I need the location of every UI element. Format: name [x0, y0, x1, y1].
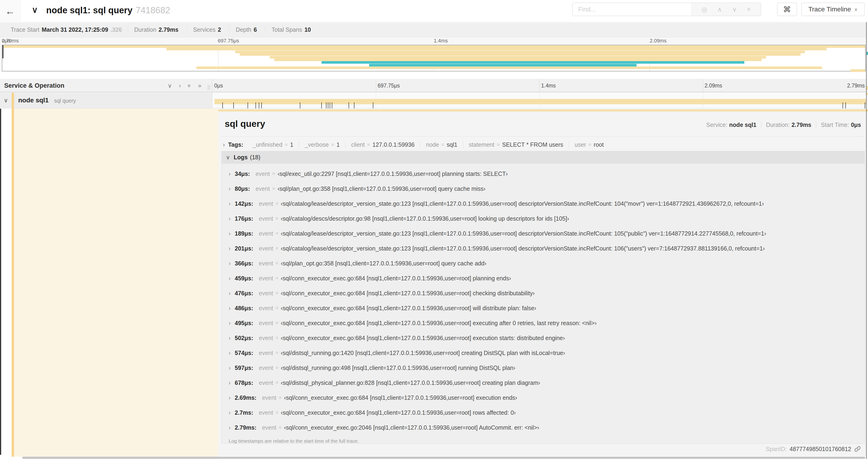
log-row[interactable]: › 80μs: event = ‹sql/plan_opt.go:358 [ns…	[222, 181, 865, 196]
prev-match-icon[interactable]: ∧	[717, 6, 722, 13]
chevron-down-icon: ∨	[854, 6, 858, 12]
log-row[interactable]: › 2.69ms: event = ‹sql/conn_executor_exe…	[222, 390, 865, 405]
meta-value: 10	[305, 26, 311, 33]
logs-header[interactable]: ∨ Logs (18)	[222, 151, 865, 163]
focus-match-icon[interactable]: ◎	[702, 6, 707, 13]
chevron-right-icon: ›	[229, 424, 235, 431]
trace-meta-item: Total Spans10	[265, 26, 319, 33]
expand-one-icon[interactable]: ›	[179, 82, 181, 89]
chevron-right-icon: ›	[229, 409, 235, 416]
log-row[interactable]: › 502μs: event = ‹sql/conn_executor_exec…	[222, 330, 865, 346]
log-row[interactable]: › 476μs: event = ‹sql/conn_executor_exec…	[222, 286, 865, 301]
tags-row[interactable]: › Tags: _unfinished = 1 _verbose = 1 cli…	[221, 141, 609, 148]
equals-sign: =	[279, 395, 282, 401]
log-field-key: event	[259, 290, 273, 297]
log-row[interactable]: › 2.79ms: event = ‹sql/conn_executor_exe…	[222, 420, 865, 435]
meta-value: 2.79ms	[159, 26, 179, 33]
log-row[interactable]: › 574μs: event = ‹sql/distsql_running.go…	[222, 346, 865, 360]
log-row[interactable]: › 597μs: event = ‹sql/distsql_running.go…	[222, 360, 865, 375]
collapse-one-icon[interactable]: ∨	[168, 82, 172, 89]
chevron-right-icon: ›	[229, 200, 235, 207]
tag-value: 1	[290, 141, 293, 148]
meta-label: Services	[193, 26, 216, 33]
right-edge-strip	[867, 0, 868, 459]
tag-item: node = sql1	[420, 141, 463, 148]
minimap-tick-labels: 0μs 697.75μs 1.4ms 2.09ms 2.79ms	[2, 38, 866, 44]
span-id-label: SpanID:	[766, 446, 786, 453]
minimap-span-bar	[2, 45, 865, 48]
equals-sign: =	[275, 335, 278, 341]
trace-title-text: node sql1: sql query	[46, 5, 132, 15]
trace-meta-item: Services2	[187, 26, 229, 33]
log-row[interactable]: › 678μs: event = ‹sql/distsql_physical_p…	[222, 375, 865, 390]
log-timestamp: 201μs:	[235, 245, 253, 252]
horizontal-scrollbar[interactable]	[22, 457, 865, 459]
chevron-right-icon: ›	[229, 230, 235, 237]
log-row[interactable]: › 34μs: event = ‹sql/exec_util.go:2297 […	[222, 166, 865, 181]
minimap-canvas[interactable]	[2, 45, 866, 71]
column-resizer-handle[interactable]	[208, 85, 210, 90]
log-timestamp: 574μs:	[235, 350, 253, 356]
equals-sign: =	[275, 320, 278, 326]
collapse-children-icon[interactable]: ∨	[4, 97, 8, 104]
log-row[interactable]: › 366μs: event = ‹sql/plan_opt.go:358 [n…	[222, 256, 865, 271]
deep-link-icon[interactable]	[854, 446, 861, 453]
trace-meta-item: Duration2.79ms	[128, 26, 187, 33]
chevron-right-icon: ›	[229, 320, 235, 327]
span-operation-name: sql query	[54, 98, 76, 104]
ruler-gridline	[539, 79, 539, 92]
trace-meta-bar: Trace StartMarch 31 2022, 17:25:09.326 D…	[0, 22, 868, 37]
field-label: Start Time:	[821, 122, 849, 128]
view-selector-button[interactable]: Trace Timeline ∨	[801, 3, 865, 16]
left-scrollbar[interactable]	[0, 109, 1, 455]
collapse-trace-header-icon[interactable]: ∨	[32, 5, 38, 15]
log-timestamp: 2.7ms:	[235, 409, 253, 416]
view-selector-label: Trace Timeline	[808, 6, 851, 13]
next-match-icon[interactable]: ∨	[732, 6, 737, 13]
span-service-name: node sql1	[18, 97, 49, 104]
ruler-tick-label: 697.75μs	[378, 83, 400, 89]
minimap-span-bar	[196, 66, 822, 69]
clear-find-icon[interactable]: ×	[747, 6, 751, 13]
chevron-right-icon[interactable]: ›	[223, 141, 225, 148]
field-value: 0μs	[851, 122, 861, 128]
find-input[interactable]	[572, 3, 691, 16]
span-duration-bar[interactable]	[214, 99, 866, 104]
log-row[interactable]: › 2.7ms: event = ‹sql/conn_executor_exec…	[222, 405, 865, 420]
log-field-key: event	[259, 335, 273, 341]
log-row[interactable]: › 486μs: event = ‹sql/conn_executor_exec…	[222, 301, 865, 316]
meta-value: 6	[254, 26, 257, 33]
log-row[interactable]: › 176μs: event = ‹sql/catalog/descs/desc…	[222, 211, 865, 226]
log-row[interactable]: › 201μs: event = ‹sql/catalog/lease/desc…	[222, 241, 865, 256]
tag-value: 1	[337, 141, 340, 148]
equals-sign: =	[285, 142, 288, 148]
span-timeline-cell[interactable]	[213, 93, 866, 108]
log-row[interactable]: › 189μs: event = ‹sql/catalog/lease/desc…	[222, 226, 865, 241]
field-value: node sql1	[729, 122, 756, 128]
logs-count: (18)	[250, 154, 260, 161]
chevron-right-icon: ›	[229, 394, 235, 401]
equals-sign: =	[275, 290, 278, 296]
back-button[interactable]: ←	[0, 0, 20, 22]
log-row[interactable]: › 459μs: event = ‹sql/conn_executor_exec…	[222, 271, 865, 286]
expand-all-icon[interactable]: »	[198, 82, 202, 89]
equals-sign: =	[441, 142, 444, 148]
log-timestamp: 597μs:	[235, 365, 253, 371]
collapse-all-icon[interactable]: »	[186, 84, 193, 88]
chevron-right-icon: ›	[229, 350, 235, 356]
back-arrow-icon: ←	[5, 6, 15, 17]
minimap-scrub-handle[interactable]	[2, 45, 3, 58]
log-field-key: event	[259, 245, 273, 252]
tag-value: SELECT * FROM users	[502, 141, 563, 148]
log-row[interactable]: › 142μs: event = ‹sql/catalog/lease/desc…	[222, 196, 865, 211]
keyboard-shortcuts-button[interactable]: ⌘	[777, 3, 797, 16]
top-bar: ← ∨ node sql1: sql query7418682 ◎ ∧ ∨ × …	[0, 0, 868, 22]
span-name-cell[interactable]: ∨ node sql1 sql query	[0, 93, 212, 108]
chevron-right-icon: ›	[229, 290, 235, 297]
log-event-value: ‹sql/plan_opt.go:358 [nsql1,client=127.0…	[277, 186, 485, 192]
log-field-key: event	[255, 186, 270, 192]
log-row[interactable]: › 495μs: event = ‹sql/conn_executor_exec…	[222, 316, 865, 330]
command-icon: ⌘	[783, 5, 791, 14]
field-label: Duration:	[766, 122, 789, 128]
minimap-span-bar	[369, 64, 637, 66]
